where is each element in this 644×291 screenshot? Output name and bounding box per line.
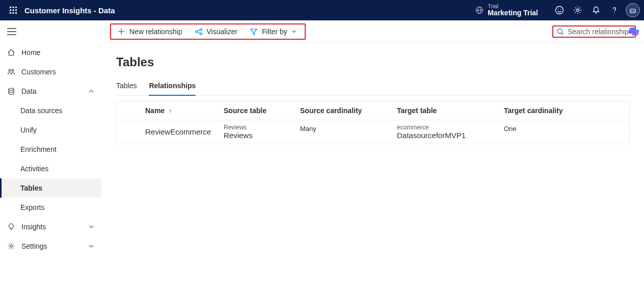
svg-point-14 [560,9,561,10]
user-avatar[interactable] [626,3,640,17]
sort-asc-icon: ↑ [169,108,172,115]
sidebar-item-label: Tables [20,184,42,192]
sidebar-item-label: Exports [20,203,44,211]
svg-line-32 [197,32,200,33]
svg-rect-6 [10,12,11,14]
plus-icon [117,28,125,36]
svg-rect-4 [13,10,14,11]
cell-target-table: DatasourceforMVP1 [397,131,504,140]
svg-line-31 [197,30,200,31]
search-box-highlight [552,25,636,38]
button-label: Filter by [262,28,287,36]
column-header-source-table[interactable]: Source table [224,101,300,120]
sidebar-item-label: Enrichment [20,145,57,153]
notifications-icon[interactable] [587,0,605,20]
search-icon [556,28,565,36]
environment-picker[interactable]: Trial Marketing Trial [475,3,538,17]
sidebar-item-tables[interactable]: Tables [0,178,101,198]
sidebar-item-insights[interactable]: Insights [0,217,101,236]
search-input[interactable] [568,28,629,36]
svg-point-28 [195,31,197,33]
relationships-table: Name ↑ Source table Source cardinality T… [116,101,630,144]
sidebar-item-activities[interactable]: Activities [0,159,101,178]
column-label: Source table [224,107,266,115]
chevron-down-icon [291,29,297,34]
tab-label: Relationships [149,82,196,90]
column-header-target-table[interactable]: Target table [397,101,504,120]
svg-rect-2 [15,7,17,8]
column-label: Name [145,107,165,115]
sidebar-item-label: Settings [21,242,82,250]
sidebar-item-label: Data [21,87,82,95]
svg-point-21 [9,69,11,71]
sidebar-item-exports[interactable]: Exports [0,198,101,217]
environment-name: Marketing Trial [488,9,538,17]
svg-point-15 [577,9,579,12]
visualizer-icon [195,28,203,36]
sidebar-item-data-sources[interactable]: Data sources [0,101,101,120]
svg-point-16 [614,12,615,13]
command-bar: New relationship Visualizer Filter by [102,20,644,43]
global-header: Customer Insights - Data Trial Marketing… [0,0,644,20]
svg-point-30 [200,33,202,35]
svg-rect-3 [10,10,11,11]
settings-icon[interactable] [569,0,587,20]
column-label: Source cardinality [300,107,362,115]
sidebar-item-settings[interactable]: Settings [0,236,101,256]
sidebar-item-label: Unify [20,126,37,134]
hamburger-icon[interactable] [0,20,101,43]
data-icon [7,87,15,95]
tab-relationships[interactable]: Relationships [149,77,196,96]
svg-point-33 [558,29,562,33]
cell-source-table: Reviews [224,131,300,140]
cell-target-table-small: ecommerce [397,124,504,131]
svg-rect-8 [15,12,17,14]
column-header-name[interactable]: Name ↑ [117,101,224,120]
table-row[interactable]: ReviewEcommerce Reviews Reviews Many eco… [117,120,629,144]
sidebar-item-label: Data sources [20,107,62,115]
sidebar-item-home[interactable]: Home [0,43,101,62]
copilot-icon[interactable] [627,24,641,39]
page-title: Tables [116,55,630,69]
sidebar-item-unify[interactable]: Unify [0,120,101,140]
new-relationship-button[interactable]: New relationship [112,25,187,38]
sidebar-item-enrichment[interactable]: Enrichment [0,140,101,159]
chevron-down-icon [88,243,94,249]
app-launcher-icon[interactable] [4,0,22,20]
filter-by-button[interactable]: Filter by [245,25,302,38]
left-nav: Home Customers Data Data sources Unify E… [0,20,102,291]
svg-point-12 [556,7,564,14]
help-icon[interactable] [605,0,624,20]
feedback-icon[interactable] [550,0,569,20]
chevron-down-icon [88,224,94,230]
main-content: New relationship Visualizer Filter by [102,20,644,291]
sidebar-item-data[interactable]: Data [0,82,101,101]
sidebar-item-label: Home [21,48,101,57]
gear-icon [7,242,15,250]
cell-name: ReviewEcommerce [145,127,211,136]
home-icon [7,48,15,57]
button-label: Visualizer [207,28,237,36]
tab-tables[interactable]: Tables [116,77,137,95]
globe-icon [475,6,484,14]
insights-icon [7,223,15,231]
sidebar-item-label: Insights [21,223,82,231]
sidebar-item-label: Activities [20,165,48,173]
column-header-target-cardinality[interactable]: Target cardinality [504,101,629,120]
column-label: Target table [397,107,437,115]
sidebar-item-customers[interactable]: Customers [0,62,101,82]
cell-source-table-small: Reviews [224,124,300,131]
column-header-source-cardinality[interactable]: Source cardinality [300,101,397,120]
svg-point-23 [9,88,14,90]
toolbar-left-highlight: New relationship Visualizer Filter by [110,23,306,40]
visualizer-button[interactable]: Visualizer [190,25,243,38]
svg-rect-0 [10,7,11,8]
column-label: Target cardinality [504,107,563,115]
chevron-up-icon [88,88,94,94]
svg-point-29 [200,29,202,31]
svg-point-22 [12,69,14,71]
svg-rect-17 [630,9,635,13]
cell-source-cardinality: Many [300,125,316,133]
customers-icon [7,68,15,76]
svg-rect-7 [13,12,14,14]
